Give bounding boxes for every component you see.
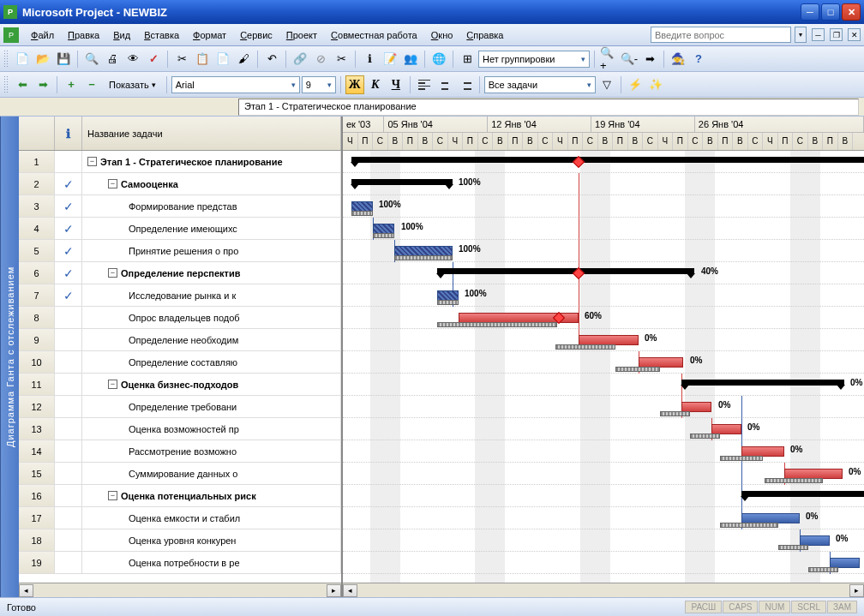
task-name-cell[interactable]: Опрос владельцев подоб <box>82 307 341 329</box>
task-name-cell[interactable]: Исследование рынка и к <box>82 284 341 307</box>
print-button[interactable]: 🖨 <box>103 50 122 69</box>
autofilter-button[interactable]: ⚡ <box>626 75 645 94</box>
outdent-button[interactable]: + <box>62 75 81 94</box>
menu-Совместная работа[interactable]: Совместная работа <box>324 27 424 43</box>
menu-Проект[interactable]: Проект <box>279 27 324 43</box>
spellcheck-button[interactable]: ✓ <box>144 50 163 69</box>
baseline-bar[interactable] <box>778 545 808 550</box>
task-name-cell[interactable]: −Определение перспектив <box>82 262 341 284</box>
column-id-header[interactable] <box>19 117 55 150</box>
baseline-bar[interactable] <box>615 367 660 372</box>
table-row[interactable]: 17Оценка емкости и стабил <box>19 507 341 529</box>
table-row[interactable]: 15Суммирование данных о <box>19 463 341 485</box>
table-row[interactable]: 9Определение необходим <box>19 329 341 351</box>
task-name-cell[interactable]: Определение требовани <box>82 396 341 418</box>
toolbar-grip[interactable] <box>3 50 9 69</box>
open-button[interactable]: 📂 <box>33 50 52 69</box>
filter-combo[interactable]: Все задачи▾ <box>484 76 596 93</box>
baseline-bar[interactable] <box>660 411 690 416</box>
gantt-scroll-right-button[interactable]: ▸ <box>849 584 864 597</box>
table-row[interactable]: 8Опрос владельцев подоб <box>19 307 341 329</box>
toolbar-grip[interactable] <box>3 75 9 94</box>
baseline-bar[interactable] <box>555 344 615 350</box>
summary-bar[interactable] <box>741 491 864 497</box>
row-number[interactable]: 15 <box>19 463 55 485</box>
note-button[interactable]: 📝 <box>381 50 399 69</box>
underline-button[interactable]: Ч <box>387 75 405 94</box>
baseline-bar[interactable] <box>720 523 778 528</box>
goto-button[interactable]: ➡ <box>640 50 659 69</box>
group-combo[interactable]: Нет группировки▾ <box>478 51 590 68</box>
row-number[interactable]: 18 <box>19 529 55 552</box>
progress-label[interactable]: 100% <box>401 222 423 231</box>
nav-back-button[interactable]: ⬅ <box>13 75 32 94</box>
task-name-cell[interactable]: −Самооценка <box>82 173 341 195</box>
table-row[interactable]: 12Определение требовани <box>19 396 341 418</box>
progress-label[interactable]: 100% <box>465 289 487 298</box>
group-button[interactable]: ⊞ <box>458 50 477 69</box>
task-name-cell[interactable]: Формирование представ <box>82 195 341 218</box>
copy-button[interactable]: 📋 <box>193 50 212 69</box>
progress-label[interactable]: 0% <box>718 400 730 410</box>
scroll-left-button[interactable]: ◂ <box>19 584 33 597</box>
row-number[interactable]: 10 <box>19 351 55 374</box>
preview-button[interactable]: 👁 <box>123 50 142 69</box>
row-number[interactable]: 17 <box>19 507 55 529</box>
baseline-bar[interactable] <box>437 300 459 305</box>
gantt-scrollbar-h[interactable]: ◂ ▸ <box>343 583 864 597</box>
progress-label[interactable]: 100% <box>459 177 481 187</box>
undo-button[interactable]: ↶ <box>262 50 281 69</box>
baseline-bar[interactable] <box>765 478 823 483</box>
zoom-out-button[interactable]: 🔍- <box>620 50 639 69</box>
align-right-button[interactable] <box>456 75 475 94</box>
inner-minimize-button[interactable]: ─ <box>812 28 825 41</box>
table-row[interactable]: 11−Оценка бизнес-подходов <box>19 374 341 396</box>
help-button[interactable]: ? <box>689 50 708 69</box>
wand-button[interactable]: ✨ <box>646 75 665 94</box>
table-row[interactable]: 5✓Принятие решения о про <box>19 240 341 262</box>
link-button[interactable]: 🔗 <box>291 50 309 69</box>
menu-Вставка[interactable]: Вставка <box>137 27 186 43</box>
column-info-header[interactable]: ℹ <box>55 117 82 150</box>
table-row[interactable]: 10Определение составляю <box>19 351 341 374</box>
view-label[interactable]: Диаграмма Ганта с отслеживанием <box>0 117 19 597</box>
menu-Формат[interactable]: Формат <box>186 27 233 43</box>
info-button[interactable]: ℹ <box>360 50 379 69</box>
task-name-cell[interactable]: Суммирование данных о <box>82 463 341 485</box>
baseline-bar[interactable] <box>690 434 720 439</box>
progress-label[interactable]: 0% <box>645 333 657 343</box>
row-number[interactable]: 9 <box>19 329 55 351</box>
paste-button[interactable]: 📄 <box>213 50 232 69</box>
help-dropdown-button[interactable]: ▾ <box>795 27 807 43</box>
format-painter-button[interactable]: 🖌 <box>234 50 253 69</box>
outline-toggle[interactable]: − <box>108 380 117 389</box>
outline-toggle[interactable]: − <box>108 268 117 278</box>
menu-Сервис[interactable]: Сервис <box>233 27 279 43</box>
menu-Файл[interactable]: Файл <box>24 27 61 43</box>
task-name-cell[interactable]: Оценка возможностей пр <box>82 418 341 440</box>
progress-label[interactable]: 0% <box>806 511 818 521</box>
menu-Вид[interactable]: Вид <box>106 27 137 43</box>
summary-bar[interactable] <box>681 380 844 386</box>
table-row[interactable]: 3✓Формирование представ <box>19 195 341 218</box>
table-row[interactable]: 6✓−Определение перспектив <box>19 262 341 284</box>
row-number[interactable]: 12 <box>19 396 55 418</box>
progress-label[interactable]: 100% <box>379 200 401 209</box>
progress-label[interactable]: 60% <box>585 311 602 320</box>
menu-Справка[interactable]: Справка <box>459 27 510 43</box>
formula-cell[interactable]: Этап 1 - Стратегическое планирование <box>238 99 859 116</box>
row-number[interactable]: 5 <box>19 240 55 262</box>
scroll-right-button[interactable]: ▸ <box>327 584 341 597</box>
task-name-cell[interactable]: −Оценка потенциальных риск <box>82 485 341 507</box>
task-name-cell[interactable]: Определение составляю <box>82 351 341 374</box>
task-name-cell[interactable]: Оценка потребности в ре <box>82 552 341 574</box>
close-button[interactable]: ✕ <box>842 3 861 21</box>
align-center-button[interactable] <box>435 75 454 94</box>
wizard-button[interactable]: 🧙 <box>669 50 687 69</box>
task-name-cell[interactable]: Рассмотрение возможно <box>82 440 341 463</box>
row-number[interactable]: 19 <box>19 552 55 574</box>
fontsize-combo[interactable]: 9▾ <box>302 76 336 93</box>
new-button[interactable]: 📄 <box>13 50 32 69</box>
zoom-in-button[interactable]: 🔍+ <box>599 50 618 69</box>
baseline-bar[interactable] <box>351 211 373 216</box>
